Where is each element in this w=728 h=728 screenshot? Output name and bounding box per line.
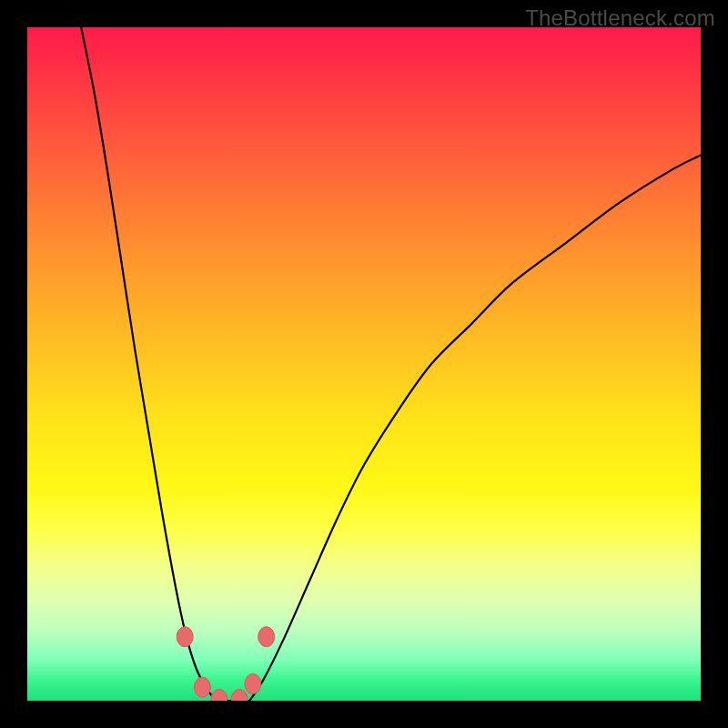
marker-1 bbox=[194, 677, 210, 697]
markers-group bbox=[177, 627, 275, 701]
plot-area bbox=[27, 27, 701, 701]
right-curve bbox=[249, 156, 701, 701]
marker-4 bbox=[245, 674, 261, 694]
marker-5 bbox=[258, 627, 275, 647]
curve-svg bbox=[27, 27, 701, 701]
chart-frame: TheBottleneck.com bbox=[0, 0, 728, 728]
marker-2 bbox=[211, 690, 228, 701]
left-curve bbox=[81, 27, 216, 701]
watermark-text: TheBottleneck.com bbox=[525, 5, 715, 31]
marker-0 bbox=[177, 627, 193, 647]
marker-3 bbox=[231, 690, 248, 701]
